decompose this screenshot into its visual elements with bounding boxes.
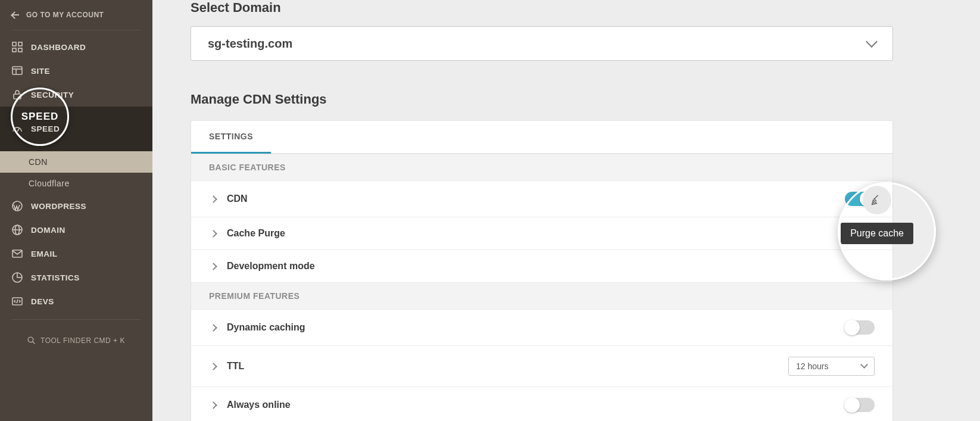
toggle-always-online[interactable]	[845, 398, 875, 412]
row-label: TTL	[227, 361, 244, 372]
row-label: CDN	[227, 194, 248, 204]
expand-toggle[interactable]	[209, 362, 217, 370]
ttl-select[interactable]: 12 hours	[788, 357, 875, 376]
globe-icon	[12, 224, 23, 235]
row-label: Always online	[227, 400, 291, 410]
cdn-settings-panel: SETTINGS BASIC FEATURES CDN Cache Purge	[191, 120, 893, 421]
row-ttl: TTL 12 hours	[191, 345, 892, 386]
svg-rect-1	[18, 42, 22, 46]
group-premium-features: PREMIUM FEATURES	[191, 282, 892, 309]
svg-rect-0	[13, 42, 16, 46]
sidebar-item-label: DEVS	[31, 297, 54, 306]
dashboard-icon	[12, 42, 23, 52]
sidebar-sub-label: Cloudflare	[29, 179, 70, 188]
wordpress-icon	[12, 201, 23, 211]
sidebar-item-security[interactable]: SECURITY	[0, 83, 152, 107]
chevron-right-icon	[210, 195, 217, 203]
go-to-account-link[interactable]: GO TO MY ACCOUNT	[0, 0, 152, 27]
sidebar-item-dashboard[interactable]: DASHBOARD	[0, 35, 152, 59]
sidebar-item-label: WORDPRESS	[31, 202, 86, 211]
purge-cache-button[interactable]	[863, 186, 891, 214]
sidebar-item-label: SITE	[31, 67, 50, 76]
site-icon	[12, 66, 23, 76]
group-basic-features: BASIC FEATURES	[191, 154, 892, 180]
sidebar-item-label: DOMAIN	[31, 226, 65, 235]
sidebar-item-label: SPEED	[31, 124, 60, 133]
chevron-right-icon	[210, 263, 217, 270]
domain-dropdown[interactable]: sg-testing.com	[191, 26, 893, 61]
tab-settings[interactable]: SETTINGS	[191, 121, 271, 154]
go-to-account-label: GO TO MY ACCOUNT	[26, 11, 104, 19]
pie-chart-icon	[12, 272, 23, 283]
tool-finder-label: TOOL FINDER CMD + K	[40, 336, 125, 345]
sidebar-item-speed[interactable]: SPEED	[0, 107, 152, 151]
sidebar-sub-cdn[interactable]: CDN	[0, 151, 152, 173]
svg-point-16	[28, 337, 33, 342]
svg-line-8	[17, 129, 19, 132]
code-icon	[12, 296, 23, 307]
sidebar-item-email[interactable]: EMAIL	[0, 242, 152, 266]
chevron-right-icon	[210, 230, 217, 238]
divider	[12, 319, 141, 320]
svg-rect-2	[13, 48, 16, 52]
svg-rect-4	[13, 67, 22, 74]
expand-toggle[interactable]	[209, 323, 217, 332]
tab-bar: SETTINGS	[191, 121, 892, 154]
tab-label: SETTINGS	[209, 132, 253, 141]
chevron-right-icon	[210, 324, 217, 332]
chevron-right-icon	[210, 401, 217, 409]
sidebar-item-domain[interactable]: DOMAIN	[0, 218, 152, 242]
search-icon	[27, 336, 36, 345]
lock-icon	[12, 89, 23, 100]
row-label: Development mode	[227, 261, 315, 272]
main-content: Select Domain sg-testing.com Manage CDN …	[152, 0, 980, 421]
expand-toggle[interactable]	[209, 195, 217, 203]
row-cache-purge: Cache Purge	[191, 217, 892, 250]
broom-icon	[870, 194, 884, 207]
svg-rect-3	[18, 48, 22, 52]
gauge-icon	[12, 124, 23, 135]
row-dynamic-caching: Dynamic caching	[191, 309, 892, 345]
ttl-value: 12 hours	[796, 361, 828, 371]
chevron-right-icon	[210, 363, 217, 370]
sidebar-item-label: SECURITY	[31, 91, 74, 99]
sidebar-item-site[interactable]: SITE	[0, 59, 152, 83]
arrow-left-icon	[12, 12, 20, 18]
row-label: Dynamic caching	[227, 322, 305, 333]
chevron-down-icon	[860, 361, 868, 369]
sidebar-item-label: STATISTICS	[31, 273, 80, 282]
sidebar-item-devs[interactable]: DEVS	[0, 289, 152, 313]
sidebar-sub-cloudflare[interactable]: Cloudflare	[0, 173, 152, 194]
divider	[12, 30, 141, 30]
domain-selected-value: sg-testing.com	[208, 37, 292, 51]
chevron-down-icon	[866, 36, 878, 48]
select-domain-title: Select Domain	[191, 0, 893, 15]
svg-line-17	[33, 342, 35, 344]
sidebar-item-label: DASHBOARD	[31, 43, 86, 52]
row-cdn: CDN	[191, 180, 892, 217]
row-always-online: Always online	[191, 386, 892, 421]
manage-cdn-title: Manage CDN Settings	[191, 92, 893, 107]
sidebar-item-statistics[interactable]: STATISTICS	[0, 266, 152, 289]
sidebar: GO TO MY ACCOUNT DASHBOARD SITE SECURITY	[0, 0, 152, 421]
row-label: Cache Purge	[227, 228, 285, 239]
mail-icon	[12, 248, 23, 259]
sidebar-sub-label: CDN	[29, 157, 48, 167]
row-development-mode: Development mode	[191, 250, 892, 282]
expand-toggle[interactable]	[209, 229, 217, 238]
sidebar-item-label: EMAIL	[31, 250, 58, 258]
expand-toggle[interactable]	[209, 262, 217, 270]
expand-toggle[interactable]	[209, 401, 217, 409]
toggle-dynamic-caching[interactable]	[845, 320, 875, 335]
svg-rect-7	[14, 94, 21, 99]
tool-finder[interactable]: TOOL FINDER CMD + K	[0, 325, 152, 357]
sidebar-item-wordpress[interactable]: WORDPRESS	[0, 194, 152, 218]
